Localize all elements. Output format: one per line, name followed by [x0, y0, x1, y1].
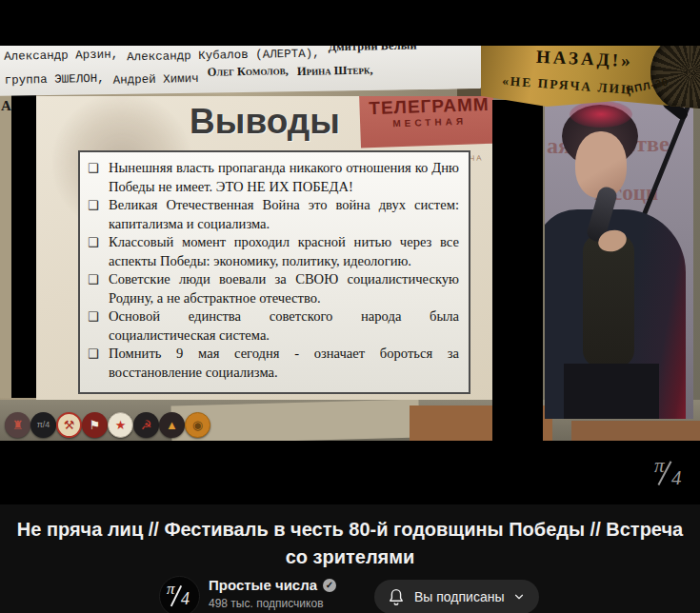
video-info-section: Не пряча лиц // Фестиваль в честь 80-й г… [0, 504, 700, 613]
bell-icon [386, 586, 407, 607]
logo-glyph: π/4 [37, 421, 50, 429]
partner-logo: ▲ [159, 412, 185, 438]
video-title-line2: со зрителями [0, 544, 700, 571]
slide-bullet: ❑ Классовый момент проходил красной нить… [88, 233, 459, 270]
slide-title: Выводы [36, 102, 493, 142]
channel-avatar[interactable]: π 4 [159, 576, 200, 613]
partner-logo: ⚒ [56, 412, 82, 438]
chevron-down-icon [512, 590, 526, 603]
checkbox-bullet-icon: ❑ [88, 196, 109, 215]
checkbox-bullet-icon: ❑ [88, 345, 109, 364]
logo-glyph: ◉ [192, 419, 203, 431]
slide-bullet: ❑ Основой единства советского народа был… [88, 307, 459, 345]
speaker-shirt [583, 234, 634, 367]
slide-bullet: ❑ Помнить 9 мая сегодня - означает борот… [88, 345, 459, 382]
logo-glyph: ▲ [166, 419, 178, 431]
logo-glyph: ★ [115, 419, 127, 431]
logo-glyph: ⚑ [90, 419, 101, 431]
speaker-camera-view: ая честве и соци нт [545, 95, 693, 419]
subscriber-count: 498 тыс. подписчиков [209, 597, 336, 610]
black-pillar-left [11, 95, 36, 398]
black-pillar-right [492, 100, 543, 441]
slide-bullet-box: ❑ Нынешняя власть пропаганда никакого от… [78, 150, 470, 394]
banner-text: НАЗАД!» [536, 47, 634, 71]
channel-meta: Простые числа ✓ 498 тыс. подписчиков [209, 577, 336, 610]
subscribed-label: Вы подписаны [414, 589, 505, 604]
video-player[interactable]: ТЕЛЕГРАММ МЕСТНАЯ ОДА ПЕРЕДАЧА Выводы ❑ … [0, 0, 700, 504]
checkbox-bullet-icon: ❑ [88, 159, 109, 178]
channel-watermark[interactable]: π 4 [650, 454, 694, 492]
checkbox-bullet-icon: ❑ [88, 270, 109, 289]
video-title-line1: Не пряча лиц // Фестиваль в честь 80-й г… [0, 516, 700, 544]
partner-logo: ★ [108, 412, 133, 438]
checkbox-bullet-icon: ❑ [88, 233, 109, 252]
partner-logo: ♜ [5, 412, 30, 438]
partner-logo: ☭ [133, 412, 159, 438]
logo-glyph: ♜ [12, 419, 24, 431]
subscribed-button[interactable]: Вы подписаны [374, 580, 539, 613]
partner-logo: ⚑ [82, 412, 108, 438]
watermark-four: 4 [671, 466, 682, 490]
partner-logos-row: ♜ π/4 ⚒ ⚑ ★ ☭ ▲ ◉ [5, 412, 210, 438]
verified-badge-icon: ✓ [323, 579, 336, 592]
slide-bullet: ❑ Великая Отечественная Война это война … [88, 196, 459, 233]
avatar-pi: π [167, 580, 175, 599]
partner-logo: π/4 [30, 412, 56, 438]
collage-paper [571, 421, 700, 441]
logo-glyph: ☭ [141, 419, 152, 431]
guest-names-paper: Александр Арзин,Александр Кубалов (АЛЕРТ… [0, 46, 494, 98]
logo-glyph: ⚒ [64, 419, 75, 431]
video-frame: ТЕЛЕГРАММ МЕСТНАЯ ОДА ПЕРЕДАЧА Выводы ❑ … [0, 46, 700, 441]
presentation-slide: ТЕЛЕГРАММ МЕСТНАЯ ОДА ПЕРЕДАЧА Выводы ❑ … [36, 96, 493, 400]
golden-banner: НАЗАД!» «НЕ ПРЯЧА ЛИЦ НПЛ-20 [481, 46, 700, 109]
partner-logo: ◉ [185, 412, 210, 438]
cutoff-name-letter: А [1, 98, 11, 114]
avatar-four: 4 [181, 589, 190, 609]
slide-bullet: ❑ Нынешняя власть пропаганда никакого от… [88, 159, 459, 196]
channel-name[interactable]: Простые числа [209, 577, 317, 593]
video-title: Не пряча лиц // Фестиваль в честь 80-й г… [0, 516, 700, 571]
speaker-trousers [564, 364, 659, 419]
slide-bullet: ❑ Советские люди воевали за СВОЮ социали… [88, 270, 459, 307]
banner-text: «НЕ ПРЯЧА ЛИЦ [502, 73, 633, 98]
checkbox-bullet-icon: ❑ [88, 307, 109, 326]
